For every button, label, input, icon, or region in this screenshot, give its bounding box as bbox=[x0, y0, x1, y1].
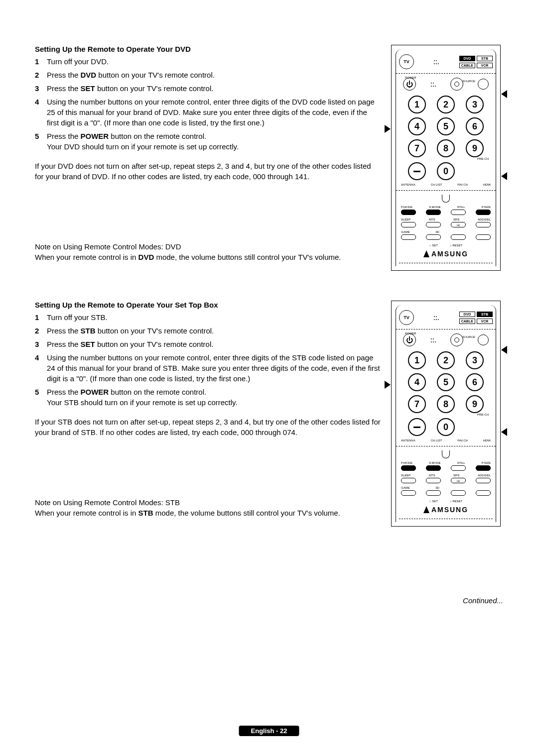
num-5[interactable]: 5 bbox=[437, 373, 455, 391]
mode-dvd[interactable]: DVD bbox=[459, 312, 475, 317]
ir-dots: ∘∘∘∘∘ bbox=[433, 315, 439, 321]
mini-button[interactable] bbox=[426, 234, 441, 240]
mini-button[interactable] bbox=[426, 222, 441, 227]
step-text: Turn off your STB. bbox=[47, 312, 381, 323]
mini-button[interactable] bbox=[401, 465, 416, 471]
tv-button[interactable]: TV bbox=[399, 310, 414, 325]
mini-button[interactable] bbox=[476, 234, 491, 240]
step-number: 2 bbox=[35, 70, 47, 80]
step-text: Press the POWER button on the remote con… bbox=[47, 131, 381, 152]
num-5[interactable]: 5 bbox=[437, 117, 455, 135]
num-2[interactable]: 2 bbox=[437, 96, 455, 113]
mode-cable[interactable]: CABLE bbox=[459, 63, 475, 68]
mini-button[interactable] bbox=[476, 478, 491, 483]
label-game: GAME bbox=[401, 486, 410, 489]
label-p.mode: P.MODE bbox=[401, 461, 412, 464]
label-antenna: ANTENNA bbox=[401, 183, 415, 186]
mini-button[interactable] bbox=[401, 234, 416, 240]
mini-button[interactable] bbox=[476, 465, 491, 471]
source-button[interactable] bbox=[450, 333, 463, 346]
dash-button[interactable] bbox=[408, 418, 426, 436]
num-1[interactable]: 1 bbox=[408, 96, 426, 113]
num-6[interactable]: 6 bbox=[466, 117, 484, 135]
step-text: Press the SET button on your TV's remote… bbox=[47, 83, 381, 94]
followup-paragraph: If your STB does not turn on after set-u… bbox=[35, 417, 381, 437]
small-button[interactable] bbox=[478, 334, 489, 345]
mini-button[interactable] bbox=[426, 210, 441, 215]
step-number: 1 bbox=[35, 312, 47, 323]
dash-button[interactable] bbox=[408, 162, 426, 180]
num-7[interactable]: 7 bbox=[408, 395, 426, 413]
step-text: Press the POWER button on the remote con… bbox=[47, 387, 381, 408]
num-6[interactable]: 6 bbox=[466, 373, 484, 391]
label-add/del: ADD/DEL bbox=[478, 218, 491, 221]
step-text: Using the number buttons on your remote … bbox=[47, 352, 381, 384]
mini-button[interactable] bbox=[451, 465, 466, 471]
brand-logo: AMSUNG bbox=[399, 250, 493, 258]
label-3d: 3D bbox=[435, 230, 439, 233]
label-fav.ch: FAV.CH bbox=[457, 183, 468, 186]
note-title: Note on Using Remote Control Modes: DVD bbox=[35, 241, 381, 252]
set-label: SET bbox=[429, 244, 438, 247]
label-still: STILL bbox=[457, 461, 465, 464]
num-8[interactable]: 8 bbox=[437, 139, 455, 157]
mode-stb[interactable]: STB bbox=[477, 56, 493, 61]
num-8[interactable]: 8 bbox=[437, 395, 455, 413]
mini-button[interactable] bbox=[401, 210, 416, 215]
mini-button[interactable] bbox=[476, 210, 491, 215]
mini-button[interactable] bbox=[426, 478, 441, 483]
num-3[interactable]: 3 bbox=[466, 96, 484, 113]
mini-button[interactable] bbox=[426, 490, 441, 496]
srs-button[interactable]: (●) bbox=[451, 478, 466, 483]
num-7[interactable]: 7 bbox=[408, 139, 426, 157]
step-list: 1 Turn off your DVD. 2 Press the DVD but… bbox=[35, 56, 381, 152]
pre-ch-label: PRE-CH bbox=[399, 157, 493, 160]
power-label: POWER bbox=[405, 76, 416, 79]
label-srs: SRS bbox=[453, 474, 459, 477]
mini-button[interactable] bbox=[401, 222, 416, 227]
power-button[interactable] bbox=[403, 333, 416, 346]
half-button[interactable] bbox=[442, 450, 450, 458]
num-0[interactable]: 0 bbox=[437, 418, 455, 436]
label-p.size: P.SIZE bbox=[482, 461, 491, 464]
label-ch list: CH LIST bbox=[430, 439, 442, 442]
label-3d: 3D bbox=[435, 486, 439, 489]
ir-dots: ∘∘∘∘∘ bbox=[433, 59, 439, 65]
power-button[interactable] bbox=[403, 78, 416, 91]
mini-button[interactable] bbox=[451, 490, 466, 496]
num-2[interactable]: 2 bbox=[437, 351, 455, 369]
step-text: Press the SET button on your TV's remote… bbox=[47, 339, 381, 349]
mini-button[interactable] bbox=[426, 465, 441, 471]
page-footer: English - 22 bbox=[239, 726, 299, 736]
step-item: 1 Turn off your STB. bbox=[35, 312, 381, 323]
mini-button[interactable] bbox=[451, 210, 466, 215]
num-9[interactable]: 9 bbox=[466, 139, 484, 157]
half-button[interactable] bbox=[442, 195, 450, 203]
num-3[interactable]: 3 bbox=[466, 351, 484, 369]
mode-stb[interactable]: STB bbox=[477, 312, 493, 317]
mini-button[interactable] bbox=[451, 234, 466, 240]
mode-dvd[interactable]: DVD bbox=[459, 56, 475, 61]
power-label: POWER bbox=[405, 332, 416, 335]
pointer-arrow bbox=[501, 428, 507, 436]
small-button[interactable] bbox=[478, 79, 489, 90]
mode-cable[interactable]: CABLE bbox=[459, 319, 475, 324]
mini-button[interactable] bbox=[476, 490, 491, 496]
srs-button[interactable]: (●) bbox=[451, 222, 466, 227]
num-9[interactable]: 9 bbox=[466, 395, 484, 413]
num-4[interactable]: 4 bbox=[408, 373, 426, 391]
label-hdmi: HDMI bbox=[483, 183, 491, 186]
tv-button[interactable]: TV bbox=[399, 54, 414, 69]
source-label: SOURCE bbox=[462, 335, 475, 338]
mode-vcr[interactable]: VCR bbox=[477, 319, 493, 324]
num-1[interactable]: 1 bbox=[408, 351, 426, 369]
mode-vcr[interactable]: VCR bbox=[477, 63, 493, 68]
section-heading: Setting Up the Remote to Operate Your DV… bbox=[35, 45, 381, 53]
mini-button[interactable] bbox=[476, 222, 491, 227]
num-0[interactable]: 0 bbox=[437, 162, 455, 180]
mini-button[interactable] bbox=[401, 478, 416, 483]
source-button[interactable] bbox=[450, 78, 463, 91]
num-4[interactable]: 4 bbox=[408, 117, 426, 135]
note-block: Note on Using Remote Control Modes: DVD … bbox=[35, 241, 381, 262]
mini-button[interactable] bbox=[401, 490, 416, 496]
